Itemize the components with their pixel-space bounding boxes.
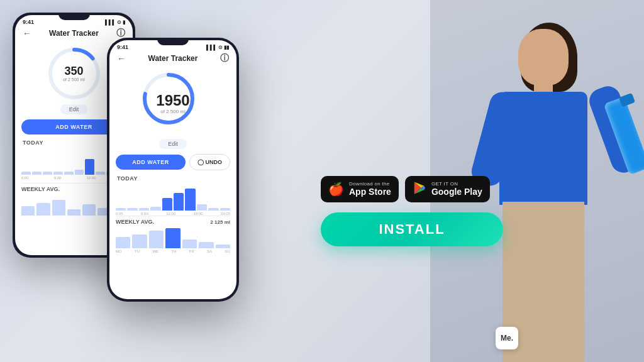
phone-front-screen: 9:41 ▌▌▌ ⊙ ▮▮ ← Water Tracker ⓘ	[109, 40, 236, 299]
chart-labels-front: 0:05 6:00 12:00 18:00 24:05	[116, 212, 230, 216]
bar	[64, 172, 74, 175]
google-play-main: Google Play	[431, 187, 482, 197]
weekly-day-labels: MO TU WE TH FR SA SU	[116, 250, 230, 253]
weekly-title-front: WEEKLY AVG.	[116, 217, 154, 226]
apple-icon: 🍎	[328, 183, 344, 195]
bar	[220, 208, 230, 211]
chart-bars-front	[116, 185, 230, 211]
tracker-circle-back: 350 of 2 500 ml	[46, 45, 103, 102]
bar	[53, 172, 63, 175]
bar	[150, 207, 160, 211]
phone-front-nav: ← Water Tracker ⓘ	[109, 52, 236, 67]
tracker-container-front: 1950 of 2 500 ml Edit	[109, 67, 236, 151]
app-store-sub: Download on the	[349, 181, 391, 187]
status-icons-back: ▌▌▌ ⊙ ▮	[105, 19, 125, 25]
bar	[75, 170, 84, 175]
weekly-bar	[52, 200, 65, 216]
me-badge: Me.	[496, 327, 518, 349]
status-time-back: 9:41	[23, 19, 34, 25]
weekly-bar	[199, 242, 213, 248]
weekly-front: WEEKLY AVG. 2 125 ml MO TU WE TH	[109, 217, 236, 253]
bar-active	[185, 189, 195, 211]
google-play-icon	[413, 181, 426, 197]
weekly-bar	[116, 237, 130, 248]
weekly-bar	[182, 239, 197, 248]
weekly-bar	[149, 231, 164, 248]
water-amount-back: 350	[63, 65, 85, 77]
water-sub-front: of 2 500 ml	[156, 109, 189, 114]
bar	[139, 208, 149, 211]
weekly-avg-value: 2 125 ml	[210, 219, 230, 225]
divider-front	[116, 216, 230, 216]
bar-active	[174, 193, 184, 211]
water-sub-back: of 2 500 ml	[63, 77, 85, 82]
bar	[116, 208, 126, 211]
weekly-bar	[216, 244, 230, 248]
chart-front: 0:05 6:00 12:00 18:00 24:05	[109, 183, 236, 214]
edit-button-front[interactable]: Edit	[159, 139, 187, 149]
google-play-sub: GET IT ON	[431, 181, 482, 187]
app-store-button[interactable]: 🍎 Download on the App Store	[321, 176, 399, 202]
screen-title-front: Water Tracker	[148, 54, 198, 63]
back-arrow-icon-front: ←	[117, 53, 126, 63]
phone-front-notch	[157, 38, 189, 45]
weekly-bar-active	[165, 228, 180, 248]
today-section-front: TODAY	[109, 173, 236, 183]
phone-front: 9:41 ▌▌▌ ⊙ ▮▮ ← Water Tracker ⓘ	[107, 38, 239, 302]
bar	[96, 172, 105, 175]
bar	[208, 208, 218, 211]
bar-active	[85, 159, 94, 175]
back-arrow-icon: ←	[23, 28, 31, 38]
screen-title-back: Water Tracker	[49, 29, 99, 38]
info-icon-front: ⓘ	[220, 53, 229, 64]
phone-back-nav: ← Water Tracker ⓘ	[15, 26, 133, 41]
status-time-front: 9:41	[117, 44, 128, 50]
bar-active	[162, 198, 172, 211]
weekly-bar	[21, 206, 35, 216]
phones-section: 9:41 ▌▌▌ ⊙ ▮ ← Water Tracker ⓘ	[0, 0, 321, 362]
app-store-main: App Store	[349, 187, 391, 197]
bar	[197, 204, 207, 211]
weekly-bar	[82, 204, 96, 216]
store-buttons: 🍎 Download on the App Store GET IT ON Go…	[321, 176, 503, 202]
weekly-bars-front	[116, 226, 230, 248]
phone-back-notch	[58, 13, 90, 20]
add-water-button-front[interactable]: ADD WATER	[116, 155, 186, 170]
status-icons-front: ▌▌▌ ⊙ ▮▮	[206, 45, 229, 50]
bar	[21, 172, 31, 175]
bar	[43, 172, 52, 175]
weekly-bar	[67, 209, 80, 216]
me-badge-label: Me.	[501, 334, 513, 343]
add-water-row-front: ADD WATER ◯ UNDO	[109, 151, 236, 173]
weekly-bar	[36, 203, 50, 216]
bar	[32, 172, 42, 175]
water-amount-front: 1950	[156, 93, 189, 108]
bar	[127, 208, 137, 211]
cta-section: 🍎 Download on the App Store GET IT ON Go…	[321, 176, 503, 246]
undo-button[interactable]: ◯ UNDO	[189, 154, 230, 170]
weekly-bar	[132, 234, 147, 248]
google-play-button[interactable]: GET IT ON Google Play	[405, 176, 490, 202]
tracker-circle-front: 1950 of 2 500 ml	[140, 70, 206, 136]
install-button[interactable]: INSTALL	[321, 212, 503, 246]
edit-button-back[interactable]: Edit	[60, 104, 88, 114]
